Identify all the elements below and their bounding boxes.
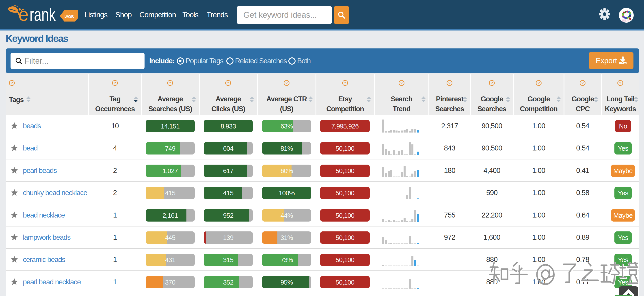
svg-text:?: ?	[491, 81, 493, 85]
svg-text:?: ?	[619, 81, 621, 85]
svg-text:?: ?	[538, 81, 540, 85]
svg-text:?: ?	[344, 81, 346, 85]
svg-text:?: ?	[400, 81, 403, 85]
svg-text:?: ?	[114, 81, 116, 85]
svg-text:?: ?	[227, 81, 229, 85]
svg-text:?: ?	[169, 81, 171, 85]
svg-text:BEAD: BEAD	[622, 19, 630, 22]
svg-text:?: ?	[582, 81, 584, 85]
svg-text:?: ?	[448, 81, 450, 85]
svg-text:BASIC: BASIC	[64, 14, 74, 19]
svg-text:?: ?	[11, 81, 13, 85]
svg-text:rank: rank	[30, 5, 56, 25]
svg-text:?: ?	[286, 81, 288, 85]
svg-text:e: e	[18, 5, 29, 25]
